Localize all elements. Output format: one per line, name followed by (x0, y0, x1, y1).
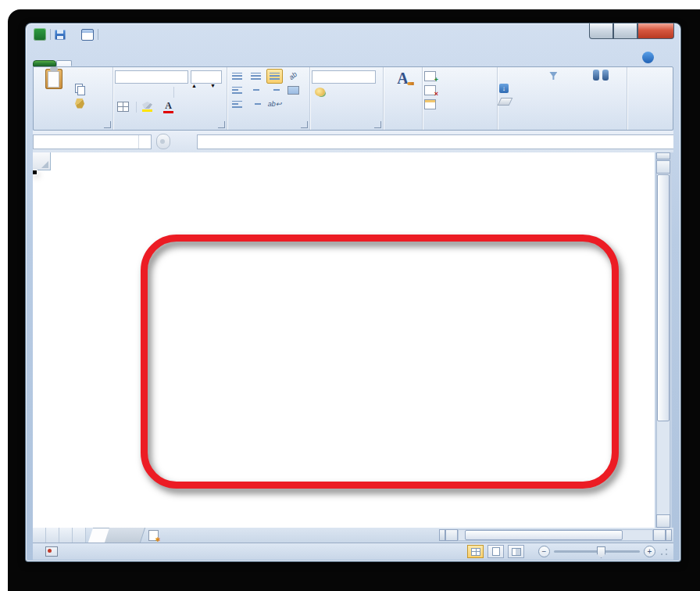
increase-decimal-button[interactable] (312, 99, 328, 114)
grow-font-button[interactable]: ▲ (177, 84, 193, 99)
macro-record-icon[interactable] (45, 546, 58, 557)
vertical-scroll-thumb[interactable] (657, 174, 670, 421)
name-box-dropdown[interactable] (138, 135, 151, 149)
zoom-in-button[interactable]: + (644, 546, 655, 557)
align-top-icon[interactable] (229, 69, 245, 84)
vertical-split-handle[interactable] (656, 152, 670, 159)
increase-indent-icon[interactable] (248, 97, 264, 112)
vertical-scroll-track[interactable] (656, 174, 670, 514)
tab-formulas[interactable] (103, 60, 119, 66)
tab-foxit-pdf[interactable] (197, 60, 212, 66)
scroll-left-button[interactable] (445, 529, 458, 541)
vertical-scrollbar[interactable] (655, 152, 672, 528)
underline-button[interactable] (152, 84, 169, 99)
align-bottom-icon[interactable] (266, 69, 283, 84)
name-box[interactable] (33, 134, 152, 149)
help-icon[interactable] (642, 52, 654, 63)
align-middle-icon[interactable] (248, 69, 264, 84)
form-view-button[interactable] (81, 28, 94, 41)
sort-filter-button[interactable] (524, 69, 577, 108)
tab-split-handle-left[interactable] (439, 529, 445, 541)
accounting-format-button[interactable] (312, 84, 328, 99)
tab-addins[interactable] (181, 60, 197, 66)
horizontal-scroll-thumb[interactable] (465, 530, 623, 540)
normal-view-button[interactable] (467, 545, 484, 558)
tab-home[interactable] (56, 60, 72, 66)
divider (98, 29, 98, 40)
insert-cells-button[interactable] (424, 69, 495, 83)
page-layout-icon (492, 547, 500, 556)
select-all-corner[interactable] (33, 152, 51, 170)
number-format-select[interactable] (312, 70, 376, 84)
number-dialog-launcher[interactable] (374, 121, 381, 128)
next-sheet-button[interactable] (59, 528, 73, 543)
scroll-up-button[interactable] (656, 160, 670, 174)
horizontal-scrollbar[interactable] (439, 529, 672, 541)
last-sheet-button[interactable] (73, 528, 86, 543)
scroll-down-button[interactable] (656, 514, 670, 528)
formula-input[interactable] (197, 134, 673, 149)
close-button[interactable] (638, 23, 674, 39)
styles-button[interactable]: А (385, 70, 420, 89)
save-button[interactable] (55, 28, 66, 41)
tab-developer[interactable] (166, 60, 181, 66)
align-right-icon[interactable] (266, 83, 283, 98)
find-select-button[interactable] (577, 69, 625, 108)
decrease-decimal-button[interactable] (330, 99, 347, 114)
orientation-icon[interactable]: ab (285, 69, 302, 84)
wrap-text-icon[interactable]: ab↩ (266, 97, 283, 112)
italic-button[interactable] (134, 84, 150, 99)
merge-center-icon[interactable] (285, 83, 302, 98)
tab-file[interactable] (33, 60, 56, 66)
alignment-dialog-launcher[interactable] (301, 121, 308, 128)
minimize-button[interactable] (589, 23, 613, 39)
tab-page-layout[interactable] (88, 60, 103, 66)
tab-review[interactable] (134, 60, 150, 66)
paste-button[interactable] (35, 69, 73, 109)
zoom-out-button[interactable]: − (538, 546, 550, 557)
page-layout-view-button[interactable] (488, 545, 504, 558)
bold-button[interactable] (115, 84, 131, 99)
first-sheet-button[interactable] (33, 528, 46, 543)
maximize-button[interactable] (613, 23, 638, 39)
resize-grip[interactable] (659, 547, 669, 557)
font-dialog-launcher[interactable] (218, 121, 225, 128)
font-color-button[interactable]: А (160, 99, 177, 114)
tab-data[interactable] (119, 60, 134, 66)
decrease-indent-icon[interactable] (229, 97, 245, 112)
align-left-icon[interactable] (229, 83, 245, 98)
tab-insert[interactable] (72, 60, 88, 66)
prev-sheet-button[interactable] (46, 528, 59, 543)
copy-button[interactable] (75, 84, 85, 95)
fill-button[interactable]: ↓ (499, 84, 509, 93)
percent-style-button[interactable] (333, 84, 349, 99)
tab-view[interactable] (150, 60, 166, 66)
borders-button[interactable] (115, 99, 131, 114)
column-headers (33, 152, 655, 170)
insert-sheet-button[interactable] (143, 528, 163, 543)
sheet-tab-3[interactable] (121, 528, 145, 543)
format-cells-button[interactable] (424, 97, 495, 111)
format-painter-button[interactable] (75, 98, 84, 109)
formula-bar-handle[interactable] (156, 134, 170, 149)
shrink-font-button[interactable]: ▼ (195, 84, 212, 99)
comma-style-button[interactable] (352, 84, 368, 99)
status-bar: − + (33, 543, 673, 560)
clipboard-dialog-launcher[interactable] (104, 121, 111, 128)
font-size-select[interactable] (191, 70, 222, 84)
tab-abbyy-pdf[interactable] (212, 60, 228, 66)
tab-split-handle-right[interactable] (666, 529, 672, 541)
excel-logo-icon (34, 28, 46, 41)
align-center-icon[interactable] (248, 83, 264, 98)
font-family-select[interactable] (115, 70, 188, 84)
fill-handle[interactable] (33, 170, 38, 175)
page-break-view-button[interactable] (508, 545, 524, 558)
scroll-right-button[interactable] (653, 529, 666, 541)
excel-window: ▲ ▼ А ab (26, 23, 680, 561)
horizontal-scroll-track[interactable] (458, 529, 653, 541)
delete-cells-button[interactable] (424, 83, 495, 97)
zoom-slider-thumb[interactable] (597, 546, 605, 558)
zoom-slider-track[interactable] (554, 550, 640, 553)
fill-color-button[interactable] (139, 99, 155, 114)
clear-button[interactable] (498, 98, 513, 106)
